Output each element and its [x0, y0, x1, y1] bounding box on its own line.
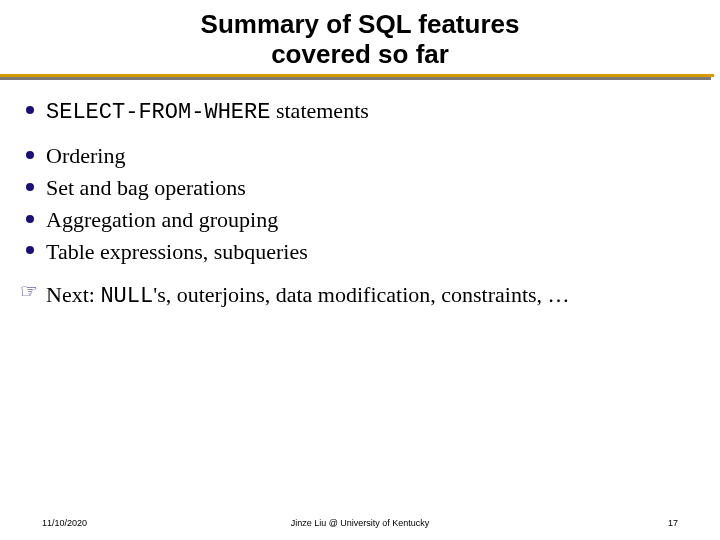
slide: Summary of SQL features covered so far S… — [0, 0, 720, 540]
bullet-item: Set and bag operations — [16, 173, 704, 203]
next-topic-item: Next: NULL's, outerjoins, data modificat… — [16, 280, 704, 312]
code-text: NULL — [100, 284, 153, 309]
bullet-item: Ordering — [16, 141, 704, 171]
bullet-text: Set and bag operations — [46, 175, 246, 200]
bullet-text: Aggregation and grouping — [46, 207, 278, 232]
bullet-group-2: Ordering Set and bag operations Aggregat… — [16, 141, 704, 266]
underline-main — [0, 74, 714, 77]
bullet-item: Aggregation and grouping — [16, 205, 704, 235]
footer-center: Jinze Liu @ University of Kentucky — [0, 518, 720, 528]
title-line-2: covered so far — [271, 39, 449, 69]
bullet-text: Table expressions, subqueries — [46, 239, 308, 264]
bullet-text: Ordering — [46, 143, 125, 168]
slide-title: Summary of SQL features covered so far — [0, 0, 720, 74]
bullet-group-1: SELECT-FROM-WHERE statements — [16, 96, 704, 128]
slide-body: SELECT-FROM-WHERE statements Ordering Se… — [0, 80, 720, 312]
bullet-text: statements — [270, 98, 368, 123]
underline-shadow — [0, 77, 711, 80]
bullet-item: Table expressions, subqueries — [16, 237, 704, 267]
title-line-1: Summary of SQL features — [201, 9, 520, 39]
bullet-item: SELECT-FROM-WHERE statements — [16, 96, 704, 128]
footer-page-number: 17 — [668, 518, 678, 528]
next-topic-group: Next: NULL's, outerjoins, data modificat… — [16, 280, 704, 312]
code-text: SELECT-FROM-WHERE — [46, 100, 270, 125]
next-rest: 's, outerjoins, data modification, const… — [153, 282, 569, 307]
next-lead: Next: — [46, 282, 100, 307]
title-underline — [0, 74, 720, 80]
